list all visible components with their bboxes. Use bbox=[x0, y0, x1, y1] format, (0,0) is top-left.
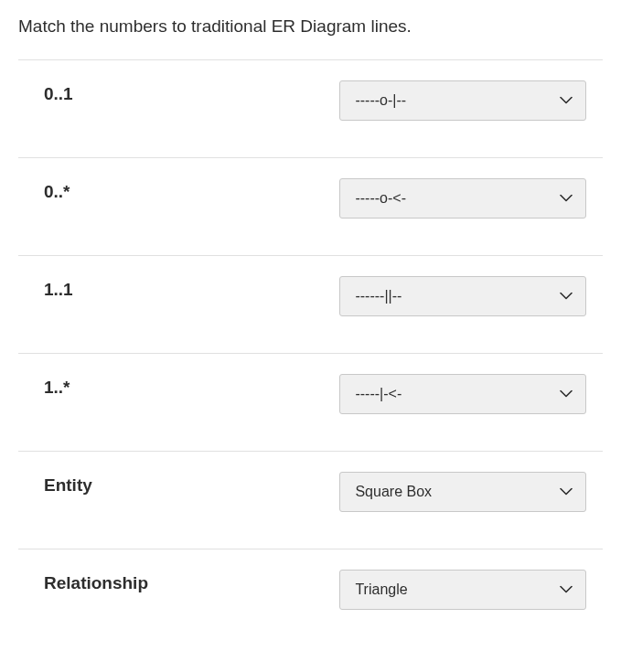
match-row: Relationship Triangle bbox=[18, 549, 603, 646]
match-select-wrap: ------||-- bbox=[339, 276, 603, 316]
match-label: 0..1 bbox=[18, 80, 339, 104]
match-select[interactable]: Triangle bbox=[339, 570, 586, 610]
match-label: Entity bbox=[18, 472, 339, 496]
select-value: Square Box bbox=[355, 484, 432, 500]
match-select[interactable]: -----o-<- bbox=[339, 178, 586, 219]
select-value: ------||-- bbox=[355, 288, 402, 304]
match-row: 0..1 -----o-|-- bbox=[18, 59, 603, 157]
match-row: 0..* -----o-<- bbox=[18, 157, 603, 255]
match-select-wrap: Triangle bbox=[339, 570, 603, 610]
chevron-down-icon bbox=[560, 586, 573, 594]
match-select[interactable]: -----o-|-- bbox=[339, 80, 586, 121]
match-table: 0..1 -----o-|-- 0..* -----o-<- 1..1 bbox=[18, 59, 603, 646]
select-value: -----o-|-- bbox=[355, 92, 406, 109]
question-title: Match the numbers to traditional ER Diag… bbox=[18, 16, 603, 37]
chevron-down-icon bbox=[560, 97, 573, 105]
chevron-down-icon bbox=[560, 488, 573, 496]
match-label: 1..1 bbox=[18, 276, 339, 300]
match-select-wrap: -----o-<- bbox=[339, 178, 603, 219]
match-select[interactable]: -----|-<- bbox=[339, 374, 586, 414]
match-row: 1..1 ------||-- bbox=[18, 255, 603, 353]
chevron-down-icon bbox=[560, 195, 573, 203]
match-select-wrap: -----|-<- bbox=[339, 374, 603, 414]
chevron-down-icon bbox=[560, 390, 573, 399]
match-row: Entity Square Box bbox=[18, 451, 603, 549]
match-label: 1..* bbox=[18, 374, 339, 398]
match-select[interactable]: Square Box bbox=[339, 472, 586, 512]
select-value: Triangle bbox=[355, 581, 407, 598]
match-label: 0..* bbox=[18, 178, 339, 202]
match-label: Relationship bbox=[18, 570, 339, 593]
match-select[interactable]: ------||-- bbox=[339, 276, 586, 316]
select-value: -----|-<- bbox=[355, 386, 402, 402]
match-select-wrap: -----o-|-- bbox=[339, 80, 603, 121]
match-select-wrap: Square Box bbox=[339, 472, 603, 512]
select-value: -----o-<- bbox=[355, 190, 406, 207]
match-row: 1..* -----|-<- bbox=[18, 353, 603, 451]
chevron-down-icon bbox=[560, 293, 573, 301]
